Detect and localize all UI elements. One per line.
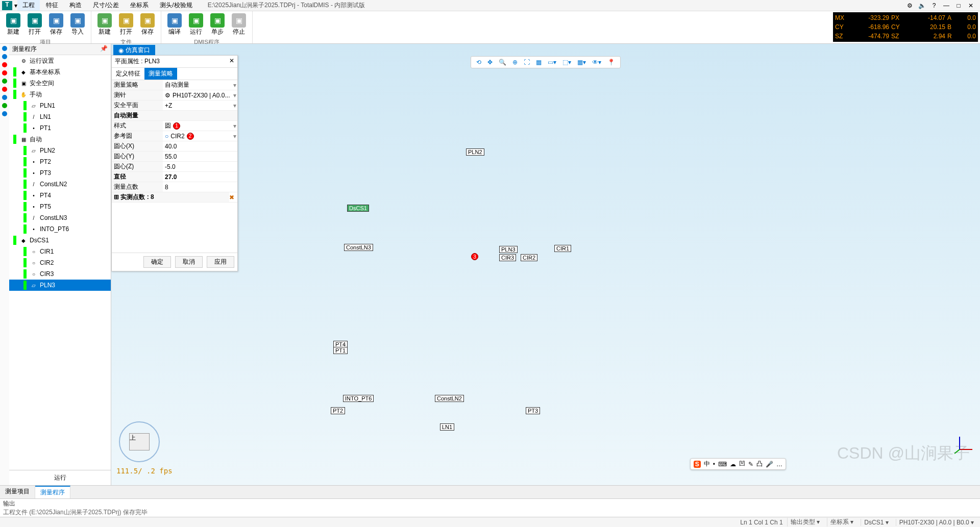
prop-value[interactable]: -5.0 [163,163,237,171]
feature-label-PT1[interactable]: PT1 [333,347,348,354]
view-tool-6[interactable]: ▭▾ [546,58,558,67]
feature-label-PT3[interactable]: PT3 [526,407,540,414]
menu-2[interactable]: 构造 [64,0,87,11]
status-coord-sys[interactable]: 坐标系 ▾ [827,518,856,526]
strip-dot[interactable] [2,103,7,108]
feature-label-CIR3[interactable]: CIR3 [499,254,516,261]
feature-label-DsCS1[interactable]: DsCS1 [347,205,369,212]
tree-item-CIR3[interactable]: ○CIR3 [9,268,111,280]
tree-item-自动[interactable]: ▦自动 [9,134,111,145]
tree-item-PT5[interactable]: •PT5 [9,201,111,212]
menu-4[interactable]: 坐标系 [125,0,154,11]
tree-item-PT1[interactable]: •PT1 [9,122,111,134]
ime-item-0[interactable]: 中 [704,460,710,468]
settings-icon[interactable]: ⚙ [905,2,914,9]
view-tool-5[interactable]: ▦ [534,58,544,67]
ime-item-7[interactable]: 🎤 [766,461,773,468]
feature-label-INTO_PT6[interactable]: INTO_PT6 [343,395,374,402]
view-tool-8[interactable]: ▦▾ [575,58,588,67]
viewport-area[interactable]: 仿真窗口 平面属性 : PLN3 ✕ 定义特征 测量策略 测量策略自动测量▾测针… [111,44,980,485]
feature-label-CIR1[interactable]: CIR1 [554,245,571,252]
view-tool-0[interactable]: ⟲ [474,58,483,67]
tree-item-PT2[interactable]: •PT2 [9,156,111,167]
prop-value[interactable]: 27.0 [163,173,237,181]
tree-item-PT4[interactable]: •PT4 [9,190,111,201]
feature-label-PLN2[interactable]: PLN2 [466,148,484,156]
menu-0[interactable]: 工程 [17,0,40,11]
prop-value[interactable]: 8 [163,183,237,191]
sound-icon[interactable]: 🔈 [918,2,926,9]
tree-item-PT3[interactable]: •PT3 [9,167,111,179]
stop-button[interactable]: ▣停止 [229,12,249,37]
save-project-button[interactable]: ▣保存 [46,12,66,37]
cancel-button[interactable]: 取消 [175,256,203,268]
menu-5[interactable]: 测头/校验规 [155,0,197,11]
new-project-button[interactable]: ▣新建 [3,12,23,37]
ime-item-3[interactable]: ☁ [730,461,736,468]
tree-item-INTO_PT6[interactable]: •INTO_PT6 [9,223,111,235]
view-tool-1[interactable]: ✥ [485,58,495,67]
ime-item-5[interactable]: ✎ [748,461,753,468]
tree-item-ConstLN2[interactable]: /ConstLN2 [9,179,111,190]
minimize-button[interactable]: — [942,2,950,9]
strip-dot[interactable] [2,70,7,76]
feature-label-LN1[interactable]: LN1 [440,423,454,431]
tree-item-CIR2[interactable]: ○CIR2 [9,257,111,268]
run-button[interactable]: 运行 [9,470,111,485]
chevron-down-icon[interactable]: ▾ [233,122,236,130]
prop-value[interactable]: 55.0 [163,153,237,161]
menu-1[interactable]: 特征 [41,0,63,11]
open-file-button[interactable]: ▣打开 [116,12,136,37]
ok-button[interactable]: 确定 [143,256,171,268]
tree-item-手动[interactable]: ✋手动 [9,89,111,100]
feature-label-CIR2[interactable]: CIR2 [521,254,537,261]
strip-dot[interactable] [2,111,7,116]
apply-button[interactable]: 应用 [207,256,234,268]
view-tool-9[interactable]: 👁▾ [590,58,603,67]
view-tool-2[interactable]: 🔍 [497,58,508,67]
pin-icon[interactable]: 📌 [100,45,108,54]
tree-item-安全空间[interactable]: ▣安全空间 [9,78,111,89]
help-icon[interactable]: ? [930,2,938,9]
run-button[interactable]: ▣运行 [186,12,206,37]
tree-item-CIR1[interactable]: ○CIR1 [9,246,111,257]
nav-cube[interactable]: 上 [116,419,162,465]
strip-dot[interactable] [2,79,7,84]
view-tool-3[interactable]: ⊕ [510,58,520,67]
feature-label-PLN3[interactable]: PLN3 [499,246,518,253]
status-dscs[interactable]: DsCS1 ▾ [861,519,891,526]
feature-label-ConstLN2[interactable]: ConstLN2 [435,395,464,402]
step-button[interactable]: ▣单步 [207,12,228,37]
strip-dot[interactable] [2,95,7,100]
open-project-button[interactable]: ▣打开 [24,12,45,37]
view-tool-7[interactable]: ⬚▾ [560,58,573,67]
import-project-button[interactable]: ▣导入 [67,12,88,37]
ime-item-2[interactable]: ⌨ [718,461,727,468]
3d-viewport[interactable] [111,44,264,120]
ime-item-1[interactable]: • [713,461,715,468]
close-button[interactable]: ✕ [967,2,975,9]
feature-label-PT2[interactable]: PT2 [331,407,345,414]
feature-label-ConstLN3[interactable]: ConstLN3 [344,244,373,251]
menu-3[interactable]: 尺寸/公差 [88,0,124,11]
tree-item-基本坐标系[interactable]: ◆基本坐标系 [9,66,111,78]
status-output-type[interactable]: 输出类型 ▾ [787,518,823,526]
prop-value[interactable]: ○CIR22▾ [163,132,237,140]
tree-item-PLN2[interactable]: ▱PLN2 [9,145,111,156]
compile-button[interactable]: ▣编译 [164,12,185,37]
maximize-button[interactable]: □ [954,2,963,9]
chevron-down-icon[interactable]: ▾ [233,133,236,140]
bottom-tab-1[interactable]: 测量程序 [35,486,70,498]
prop-value[interactable]: 圆1▾ [163,121,237,131]
tree-item-DsCS1[interactable]: ◆DsCS1 [9,235,111,246]
strip-dot[interactable] [2,87,7,92]
bottom-tab-0[interactable]: 测量项目 [0,486,35,498]
prop-value[interactable]: 40.0 [163,142,237,150]
clear-icon[interactable]: ✖ [229,194,237,201]
ime-item-6[interactable]: 凸 [756,460,763,468]
tree-item-PLN3[interactable]: ▱PLN3 [9,280,111,291]
tree-item-LN1[interactable]: /LN1 [9,111,111,122]
strip-dot[interactable] [2,46,7,51]
status-probe[interactable]: PH10T-2X30 | A0.0 | B0.0 ▾ [896,519,977,526]
save-file-button[interactable]: ▣保存 [137,12,158,37]
